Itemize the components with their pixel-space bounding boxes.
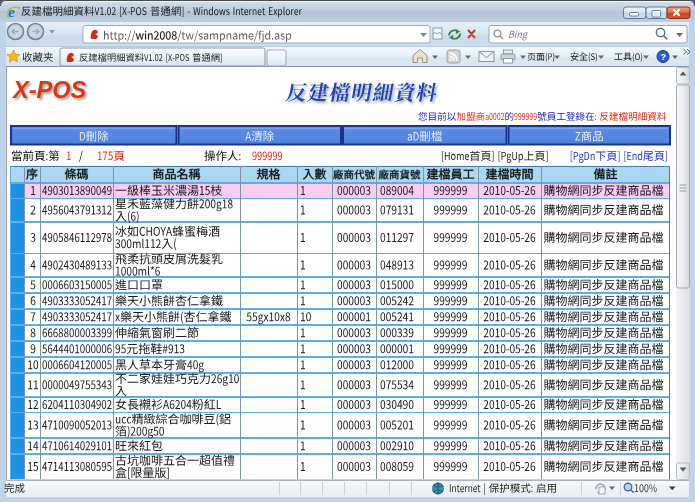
svg-text:X-POS: X-POS [11, 77, 86, 103]
svg-text:?: ? [661, 52, 667, 62]
